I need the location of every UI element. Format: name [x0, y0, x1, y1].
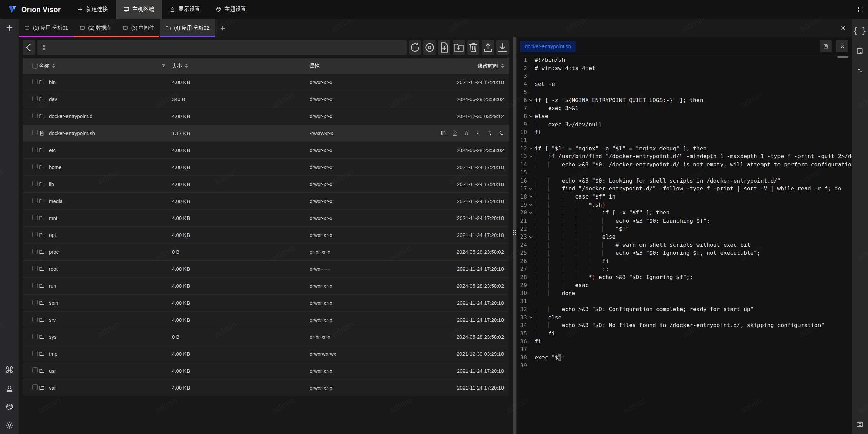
file-bookmark-button[interactable]	[856, 47, 864, 55]
code-line[interactable]: 25 echo >&3 "$0: Ignoring $f, not execut…	[517, 249, 852, 257]
sidebar-plus-button[interactable]	[5, 24, 14, 32]
permission-button[interactable]	[498, 130, 504, 136]
new-tab-button[interactable]	[215, 19, 231, 37]
terminal-tab-2[interactable]: (2) 数据库	[74, 19, 117, 37]
braces-button[interactable]: { }	[853, 27, 867, 35]
terminal-tab-1[interactable]: (1) 应用-分析01	[19, 19, 74, 37]
close-editor-button[interactable]	[836, 40, 848, 52]
file-row[interactable]: root4.00 KBdrwx------2021-11-24 17:20:10	[23, 261, 509, 278]
code-line[interactable]: 11	[517, 136, 852, 145]
fold-chevron-icon[interactable]	[527, 209, 535, 217]
new-file-button[interactable]	[438, 40, 450, 55]
swap-vertical-button[interactable]	[856, 67, 864, 74]
row-checkbox[interactable]	[32, 198, 38, 203]
code-line[interactable]: 17 find "/docker-entrypoint.d/" -follow …	[517, 185, 852, 193]
file-row[interactable]: media4.00 KBdrwxr-xr-x2021-11-24 17:20:1…	[23, 193, 509, 210]
file-row[interactable]: usr4.00 KBdrwxr-xr-x2021-11-24 17:20:10	[23, 362, 509, 379]
row-checkbox[interactable]	[32, 215, 38, 220]
row-checkbox[interactable]	[32, 351, 38, 356]
code-line[interactable]: 13 if /usr/bin/find "/docker-entrypoint.…	[517, 152, 852, 161]
refresh-button[interactable]	[409, 40, 421, 55]
code-line[interactable]: 10fi	[517, 128, 852, 136]
code-line[interactable]: 31	[517, 297, 852, 305]
row-checkbox[interactable]	[32, 283, 38, 288]
code-line[interactable]: 16 echo >&3 "$0: Looking for shell scrip…	[517, 177, 852, 185]
trash-button[interactable]	[463, 130, 469, 136]
row-checkbox[interactable]	[32, 79, 38, 84]
code-line[interactable]: 30 done	[517, 289, 852, 297]
code-line[interactable]: 36fi	[517, 338, 852, 346]
filter-icon[interactable]	[161, 63, 166, 69]
new-folder-button[interactable]	[453, 40, 465, 55]
terminal-tab-4[interactable]: (4) 应用-分析02	[160, 19, 215, 37]
code-line[interactable]: 21 echo >&3 "$0: Launching $f";	[517, 217, 852, 225]
file-row[interactable]: docker-entrypoint.d4.00 KBdrwxr-xr-x2021…	[23, 108, 509, 125]
download-button[interactable]	[496, 40, 509, 55]
download-button[interactable]	[475, 130, 481, 136]
navbar-item-2[interactable]: 主机终端	[116, 0, 162, 19]
code-line[interactable]: 28 *) echo >&3 "$0: Ignoring $f";;	[517, 273, 852, 281]
code-line[interactable]: 2# vim:sw=4:ts=4:et	[517, 64, 852, 72]
fold-chevron-icon[interactable]	[527, 145, 535, 153]
row-checkbox[interactable]	[32, 181, 38, 186]
fold-chevron-icon[interactable]	[527, 233, 535, 241]
sidebar-command-button[interactable]: ⌘	[5, 366, 14, 374]
code-line[interactable]: 5	[517, 88, 852, 96]
fold-chevron-icon[interactable]	[527, 185, 535, 193]
code-line[interactable]: 23 else	[517, 233, 852, 241]
file-row[interactable]: sys0 Bdr-xr-xr-x2024-05-28 23:58:02	[23, 328, 509, 345]
row-checkbox[interactable]	[32, 334, 38, 339]
edit-button[interactable]	[452, 130, 458, 136]
row-checkbox[interactable]	[32, 96, 38, 101]
column-header-4[interactable]: 修改时间	[432, 63, 509, 69]
panel-splitter[interactable]	[513, 37, 517, 434]
path-list-icon[interactable]	[41, 45, 47, 50]
code-line[interactable]: 19 *.sh)	[517, 201, 852, 209]
code-line[interactable]: 20 if [ -x "$f" ]; then	[517, 209, 852, 217]
code-line[interactable]: 14 echo >&3 "$0: /docker-entrypoint.d/ i…	[517, 161, 852, 169]
code-line[interactable]: 37	[517, 345, 852, 354]
code-line[interactable]: 22 "$f"	[517, 225, 852, 233]
file-row[interactable]: mnt4.00 KBdrwxr-xr-x2021-11-24 17:20:10	[23, 210, 509, 227]
fold-chevron-icon[interactable]	[527, 152, 535, 161]
code-line[interactable]: 7 exec 3>&1	[517, 104, 852, 112]
file-row[interactable]: dev340 Bdrwxr-xr-x2024-05-28 23:58:02	[23, 91, 509, 108]
path-input[interactable]	[50, 45, 402, 51]
file-row[interactable]: tmp4.00 KBdrwxrwxrwx2021-12-30 03:29:10	[23, 345, 509, 362]
row-checkbox[interactable]	[32, 113, 38, 118]
row-checkbox[interactable]	[32, 317, 38, 322]
fold-chevron-icon[interactable]	[527, 314, 535, 322]
code-line[interactable]: 1#!/bin/sh	[517, 56, 852, 64]
select-all-checkbox[interactable]	[32, 63, 38, 69]
splitter-handle-icon[interactable]	[513, 230, 516, 235]
code-line[interactable]: 15	[517, 169, 852, 177]
fold-chevron-icon[interactable]	[527, 201, 535, 209]
row-checkbox[interactable]	[32, 164, 38, 169]
back-button[interactable]	[23, 40, 35, 55]
code-line[interactable]: 4set -e	[517, 80, 852, 88]
code-line[interactable]: 3	[517, 72, 852, 80]
file-row[interactable]: opt4.00 KBdrwxr-xr-x2021-11-24 17:20:10	[23, 227, 509, 244]
row-checkbox[interactable]	[32, 232, 38, 237]
file-row[interactable]: srv4.00 KBdrwxr-xr-x2021-11-24 17:20:10	[23, 312, 509, 328]
close-panel-icon[interactable]	[840, 19, 846, 37]
sort-carets-icon[interactable]	[52, 64, 55, 68]
editor-file-tab[interactable]: docker-entrypoint.sh	[520, 41, 576, 52]
file-row[interactable]: var4.00 KBdrwxr-xr-x2021-11-24 17:20:10	[23, 379, 509, 396]
circle-dot-button[interactable]	[423, 40, 436, 55]
fold-chevron-icon[interactable]	[527, 112, 535, 120]
column-header-3[interactable]: 属性	[310, 63, 432, 69]
column-header-2[interactable]: 大小	[172, 63, 310, 69]
code-line[interactable]: 33 else	[517, 314, 852, 322]
column-header-1[interactable]: 名称	[39, 63, 172, 69]
code-line[interactable]: 9 exec 3>/dev/null	[517, 120, 852, 129]
row-checkbox[interactable]	[32, 147, 38, 152]
file-row[interactable]: bin4.00 KBdrwxr-xr-x2021-11-24 17:20:10	[23, 74, 509, 91]
fold-chevron-icon[interactable]	[527, 193, 535, 201]
code-line[interactable]: 32 echo >&3 "$0: Configuration complete;…	[517, 305, 852, 314]
brand[interactable]: Orion Visor	[0, 0, 70, 19]
file-row[interactable]: docker-entrypoint.sh1.17 KB-rwxrwxr-x	[23, 125, 509, 142]
code-editor[interactable]: 1#!/bin/sh2# vim:sw=4:ts=4:et34set -e56i…	[517, 55, 852, 434]
sidebar-stamp-button[interactable]	[5, 384, 14, 393]
navbar-item-3[interactable]: 显示设置	[162, 0, 208, 19]
